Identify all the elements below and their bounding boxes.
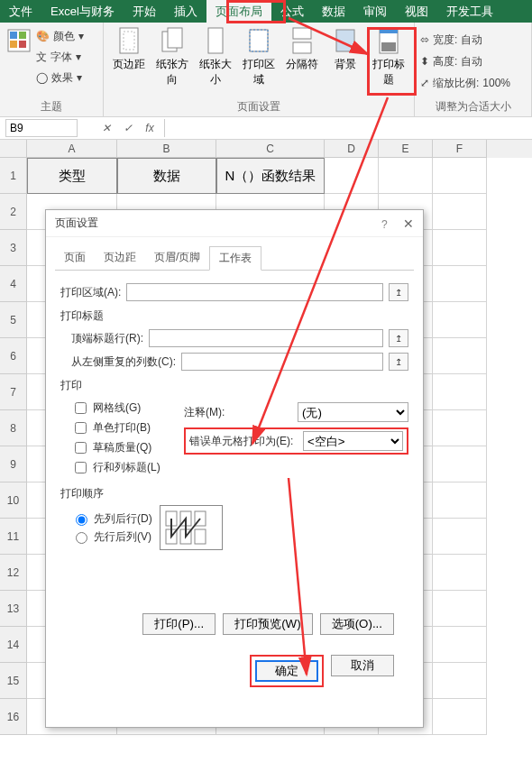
colors-button[interactable]: 🎨颜色▾: [36, 26, 84, 46]
cancel-formula-icon[interactable]: ✕: [96, 122, 117, 134]
cell-F4[interactable]: [433, 266, 487, 302]
top-rows-ref-button[interactable]: ↥: [389, 329, 408, 347]
preview-button[interactable]: 打印预览(W): [223, 613, 312, 635]
zoom-row[interactable]: ⤢缩放比例:100%: [420, 73, 526, 93]
row-header-6[interactable]: 6: [0, 338, 27, 374]
ok-button[interactable]: 确定: [255, 660, 318, 682]
tab-review[interactable]: 审阅: [354, 0, 396, 23]
name-box[interactable]: B9: [5, 119, 78, 137]
tab-page-layout[interactable]: 页面布局: [206, 0, 271, 23]
tab-insert[interactable]: 插入: [165, 0, 206, 23]
cell-A1[interactable]: 类型: [27, 158, 117, 194]
cell-F14[interactable]: [433, 627, 487, 663]
cell-F10[interactable]: [433, 482, 487, 519]
row-header-8[interactable]: 8: [0, 410, 27, 446]
row-header-12[interactable]: 12: [0, 555, 27, 591]
cell-F9[interactable]: [433, 446, 487, 482]
row-header-16[interactable]: 16: [0, 699, 27, 735]
size-button[interactable]: 纸张大小: [196, 26, 235, 87]
left-cols-input[interactable]: [181, 353, 383, 371]
print-titles-button[interactable]: 打印标题: [369, 26, 408, 87]
col-header-B[interactable]: B: [117, 140, 216, 158]
print-area-button[interactable]: 打印区域: [239, 26, 279, 87]
select-all-corner[interactable]: [0, 140, 27, 158]
print-area-ref-button[interactable]: ↥: [389, 283, 408, 301]
tab-sheet[interactable]: 工作表: [209, 246, 261, 271]
cell-C1[interactable]: N（）函数结果: [216, 158, 325, 194]
cell-F8[interactable]: [433, 410, 487, 446]
tab-margins[interactable]: 页边距: [95, 246, 145, 270]
top-rows-input[interactable]: [149, 329, 383, 347]
cell-F1[interactable]: [433, 158, 487, 194]
rowcol-checkbox[interactable]: [75, 462, 87, 473]
cell-E1[interactable]: [379, 158, 433, 194]
row-header-5[interactable]: 5: [0, 302, 27, 338]
row-header-11[interactable]: 11: [0, 519, 27, 555]
tab-formulas[interactable]: 公式: [271, 0, 313, 23]
cell-F11[interactable]: [433, 519, 487, 555]
bw-checkbox[interactable]: [75, 422, 87, 434]
row-header-9[interactable]: 9: [0, 446, 27, 482]
close-icon[interactable]: ✕: [403, 216, 414, 231]
down-over-radio[interactable]: [76, 514, 87, 526]
cell-F16[interactable]: [433, 699, 487, 735]
print-button[interactable]: 打印(P)...: [142, 613, 216, 635]
background-button[interactable]: 背景: [326, 26, 365, 72]
formula-input[interactable]: [164, 119, 532, 137]
cell-F13[interactable]: [433, 591, 487, 627]
cell-F5[interactable]: [433, 302, 487, 338]
row-header-4[interactable]: 4: [0, 266, 27, 302]
tab-data[interactable]: 数据: [313, 0, 354, 23]
col-header-D[interactable]: D: [325, 140, 379, 158]
row-header-13[interactable]: 13: [0, 591, 27, 627]
col-header-C[interactable]: C: [216, 140, 325, 158]
tab-view[interactable]: 视图: [396, 0, 437, 23]
themes-button[interactable]: [5, 26, 32, 55]
tab-home[interactable]: 开始: [124, 0, 165, 23]
tab-header-footer[interactable]: 页眉/页脚: [145, 246, 209, 270]
breaks-button[interactable]: 分隔符: [282, 26, 322, 72]
margins-button[interactable]: 页边距: [109, 26, 149, 72]
tab-developer[interactable]: 开发工具: [437, 0, 502, 23]
print-area-input[interactable]: [126, 283, 383, 301]
width-row[interactable]: ⬄宽度:自动: [420, 30, 526, 50]
tab-file[interactable]: 文件: [0, 0, 41, 23]
print-titles-section: 打印标题: [60, 308, 408, 324]
cell-F2[interactable]: [433, 194, 487, 230]
draft-checkbox[interactable]: [75, 442, 87, 454]
tab-excel-finance[interactable]: Excel与财务: [41, 0, 124, 23]
errors-select[interactable]: <空白>: [303, 431, 403, 451]
gridlines-checkbox[interactable]: [75, 402, 87, 414]
comments-select[interactable]: (无): [298, 402, 408, 422]
left-cols-ref-button[interactable]: ↥: [389, 353, 408, 371]
row-header-14[interactable]: 14: [0, 627, 27, 663]
cell-D1[interactable]: [325, 158, 379, 194]
row-header-3[interactable]: 3: [0, 230, 27, 266]
row-header-15[interactable]: 15: [0, 663, 27, 699]
effects-button[interactable]: ◯效果▾: [36, 68, 84, 87]
cancel-button[interactable]: 取消: [331, 655, 394, 676]
col-header-E[interactable]: E: [379, 140, 433, 158]
fonts-button[interactable]: 文字体▾: [36, 47, 84, 67]
cell-B1[interactable]: 数据: [117, 158, 216, 194]
options-button[interactable]: 选项(O)...: [320, 613, 394, 635]
cell-F3[interactable]: [433, 230, 487, 266]
row-header-10[interactable]: 10: [0, 482, 27, 519]
enter-formula-icon[interactable]: ✓: [117, 122, 139, 134]
cell-F7[interactable]: [433, 374, 487, 410]
orientation-button[interactable]: 纸张方向: [152, 26, 192, 87]
height-row[interactable]: ⬍高度:自动: [420, 51, 526, 71]
tab-page[interactable]: 页面: [55, 246, 95, 270]
over-down-radio[interactable]: [76, 532, 87, 544]
cell-F12[interactable]: [433, 555, 487, 591]
column-headers: A B C D E F: [0, 140, 532, 158]
row-header-2[interactable]: 2: [0, 194, 27, 230]
col-header-A[interactable]: A: [27, 140, 117, 158]
help-icon[interactable]: ?: [381, 218, 388, 231]
row-header-7[interactable]: 7: [0, 374, 27, 410]
row-header-1[interactable]: 1: [0, 158, 27, 194]
cell-F15[interactable]: [433, 663, 487, 699]
col-header-F[interactable]: F: [433, 140, 487, 158]
fx-icon[interactable]: fx: [139, 122, 161, 134]
cell-F6[interactable]: [433, 338, 487, 374]
